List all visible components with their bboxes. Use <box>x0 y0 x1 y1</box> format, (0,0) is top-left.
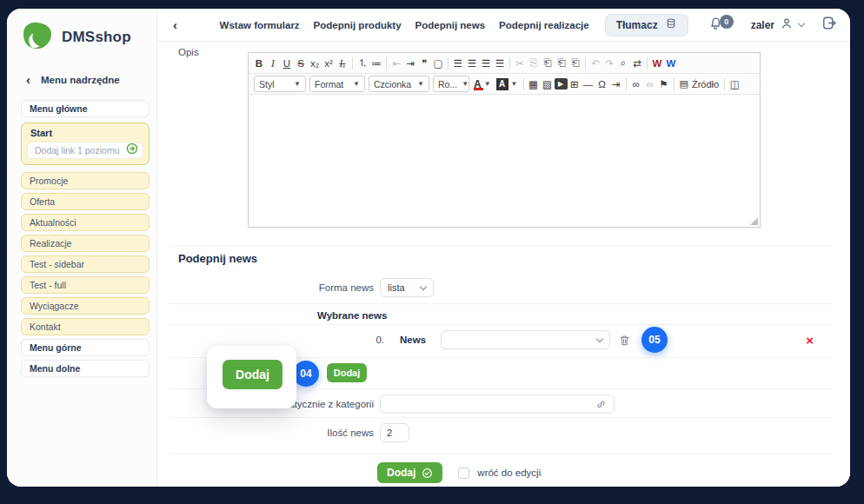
sep <box>674 78 675 90</box>
resize-handle[interactable] <box>750 217 758 225</box>
translate-button[interactable]: Tłumacz <box>605 14 688 36</box>
superscript-icon[interactable]: x² <box>322 56 336 71</box>
find-icon[interactable]: ⌕ <box>616 56 630 71</box>
anchor-flag-icon[interactable]: ⚑ <box>657 76 671 92</box>
video-icon[interactable]: ▶ <box>555 78 568 90</box>
sidebar-item-start[interactable]: Start <box>30 128 143 138</box>
chevron-down-icon <box>798 20 805 27</box>
news-count-input[interactable] <box>380 423 409 442</box>
header-link[interactable]: Podepnij news <box>415 20 486 30</box>
page-back-chevron-icon[interactable]: ‹ <box>173 18 177 31</box>
submit-button[interactable]: Dodaj <box>377 462 442 483</box>
auto-category-input[interactable] <box>380 395 615 414</box>
forma-news-row: Forma news lista <box>157 277 833 298</box>
sidebar-item[interactable]: Aktualności <box>21 214 150 231</box>
maximize-icon[interactable]: ◫ <box>728 76 741 92</box>
word-blue-icon[interactable]: W <box>664 56 678 71</box>
table-icon[interactable]: ⊞ <box>568 76 582 92</box>
flash-icon[interactable]: ▧ <box>541 76 555 92</box>
cut-icon[interactable]: ✂ <box>513 56 527 71</box>
annotation-badge-05: 05 <box>641 327 668 353</box>
paste-text-icon[interactable]: ⎗ <box>555 56 568 71</box>
italic-icon[interactable]: I <box>266 56 280 71</box>
sidebar-item[interactable]: Test - sidebar <box>21 255 150 273</box>
submit-link-arrow-icon[interactable] <box>126 143 138 158</box>
unlink-icon[interactable]: ∞ <box>643 76 657 92</box>
sep <box>523 78 524 90</box>
translate-button-label: Tłumacz <box>616 19 658 31</box>
size-combo[interactable]: Ro...▼ <box>433 76 469 92</box>
forma-news-select[interactable]: lista <box>380 278 434 297</box>
user-menu[interactable]: zaler <box>751 17 804 34</box>
logout-icon <box>821 15 838 35</box>
sidebar-item[interactable]: Wyciągacze <box>21 297 150 315</box>
format-combo[interactable]: Format▼ <box>309 76 365 92</box>
sidebar-item[interactable]: Menu dolne <box>21 360 150 377</box>
header-link[interactable]: Wstaw formularz <box>220 20 300 30</box>
align-center-icon[interactable]: ☰ <box>465 56 479 71</box>
divider <box>169 324 833 325</box>
word-red-icon[interactable]: W <box>650 56 664 71</box>
div-container-icon[interactable]: ▢ <box>431 56 445 71</box>
chevron-down-icon <box>596 335 603 342</box>
editor-content-area[interactable] <box>249 95 760 227</box>
header-link[interactable]: Podepnij realizacje <box>499 20 589 30</box>
bg-color-icon[interactable]: A▼ <box>496 78 518 90</box>
horizontal-rule-icon[interactable]: ― <box>582 76 595 92</box>
sep <box>585 57 586 70</box>
paste-icon[interactable]: ⎗ <box>541 56 555 71</box>
special-char-icon[interactable]: Ω <box>595 76 609 92</box>
ordered-list-icon[interactable]: ⒈ <box>356 56 369 71</box>
align-right-icon[interactable]: ☰ <box>479 56 493 71</box>
remove-row-x-button[interactable]: × <box>806 334 814 347</box>
add-link-input[interactable]: Dodaj link 1 poziomu <box>27 142 143 159</box>
news-select[interactable] <box>441 330 610 349</box>
sidebar-item[interactable]: Realizacje <box>21 235 150 252</box>
add-news-row-button[interactable]: Dodaj <box>327 363 367 382</box>
redo-icon[interactable]: ↷ <box>602 56 616 71</box>
sidebar-start-group[interactable]: Start Dodaj link 1 poziomu <box>21 123 150 165</box>
user-icon <box>780 17 794 34</box>
back-chevron-icon[interactable]: ‹ <box>26 73 30 86</box>
copy-icon[interactable]: ⎘ <box>527 56 541 71</box>
sidebar-item-menu-glowne[interactable]: Menu główne <box>21 100 150 117</box>
blockquote-icon[interactable]: ❞ <box>417 56 431 71</box>
subscript-icon[interactable]: x₂ <box>308 56 322 71</box>
editor-toolbar-row1: BIUSx₂x²Iₓ⒈≔⇤⇥❞▢☰☰☰☰✂⎘⎗⎗⎗↶↷⌕⇄WW <box>249 53 760 74</box>
font-combo[interactable]: Czcionka▼ <box>369 76 429 92</box>
outdent-icon[interactable]: ⇤ <box>389 56 403 71</box>
auto-category-field <box>374 395 615 414</box>
delete-row-button[interactable] <box>618 334 631 347</box>
remove-format-icon[interactable]: Iₓ <box>336 56 349 71</box>
sidebar-item[interactable]: Kontakt <box>21 318 150 335</box>
notifications-button[interactable]: 0 <box>708 16 734 35</box>
tooltip-add-button[interactable]: Dodaj <box>223 360 282 389</box>
indent-icon[interactable]: ⇥ <box>403 56 417 71</box>
bullet-list-icon[interactable]: ≔ <box>369 56 383 71</box>
logout-button[interactable] <box>821 15 838 35</box>
section-title: Podepnij news <box>178 252 257 265</box>
image-icon[interactable]: ▦ <box>527 76 541 92</box>
sidebar-item[interactable]: Test - full <box>21 276 150 294</box>
header-link[interactable]: Podepnij produkty <box>314 20 402 30</box>
undo-icon[interactable]: ↶ <box>588 56 602 71</box>
strikethrough-icon[interactable]: S <box>294 56 308 71</box>
bold-icon[interactable]: B <box>252 56 266 71</box>
paste-word-icon[interactable]: ⎗ <box>568 56 582 71</box>
align-justify-icon[interactable]: ☰ <box>493 56 507 71</box>
page-break-icon[interactable]: ⇥ <box>609 76 623 92</box>
add-tooltip-popover: Dodaj <box>207 346 296 408</box>
sidebar-back[interactable]: ‹ Menu nadrzędne <box>21 73 150 86</box>
source-button[interactable]: ▤ Źródło <box>677 78 722 90</box>
sidebar-item[interactable]: Promocje <box>21 172 150 189</box>
sidebar-item[interactable]: Menu górne <box>21 339 150 356</box>
text-color-icon[interactable]: A▼ <box>474 79 491 90</box>
style-combo[interactable]: Styl▼ <box>254 76 306 92</box>
return-to-edit-checkbox[interactable] <box>458 468 469 479</box>
replace-icon[interactable]: ⇄ <box>630 56 644 71</box>
sidebar-item[interactable]: Oferta <box>21 193 150 210</box>
underline-icon[interactable]: U <box>280 56 294 71</box>
layers-icon <box>665 17 677 32</box>
align-left-icon[interactable]: ☰ <box>451 56 465 71</box>
link-icon[interactable]: ∞ <box>629 76 643 92</box>
